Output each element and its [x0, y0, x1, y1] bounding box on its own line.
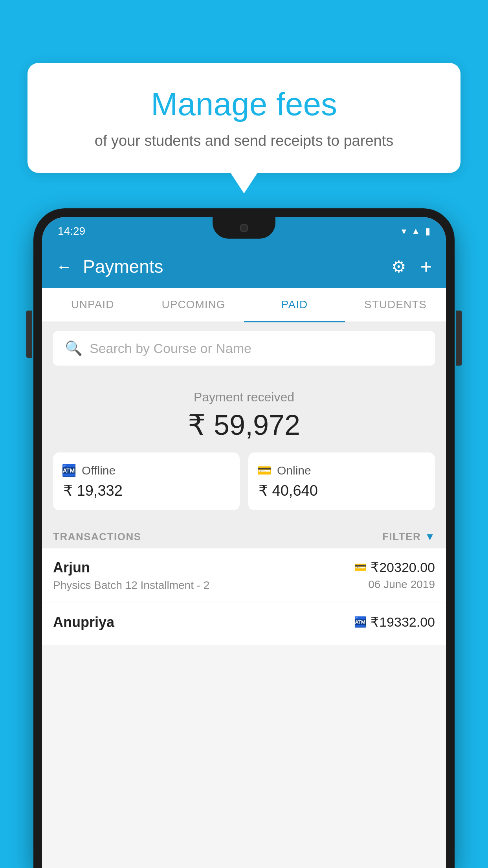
gear-button[interactable]: ⚙ [391, 257, 406, 276]
transaction-amount-anupriya: ₹19332.00 [371, 614, 435, 630]
transaction-item[interactable]: Arjun Physics Batch 12 Installment - 2 💳… [42, 548, 446, 603]
search-icon: 🔍 [65, 340, 83, 357]
online-payment-icon: 💳 [354, 561, 367, 574]
filter-wrap[interactable]: FILTER ▼ [382, 531, 435, 543]
transaction-amount-row-anupriya: 🏧 ₹19332.00 [354, 614, 435, 630]
toolbar-title: Payments [83, 256, 391, 277]
offline-card-header: 🏧 Offline [62, 463, 231, 477]
transaction-right-anupriya: 🏧 ₹19332.00 [354, 614, 435, 633]
online-amount: ₹ 40,640 [257, 482, 426, 499]
app-toolbar: ← Payments ⚙ + [42, 245, 446, 288]
hero-subtitle: of your students and send receipts to pa… [59, 131, 429, 151]
status-bar: 14:29 ▾ ▲ ▮ [42, 217, 446, 245]
add-button[interactable]: + [420, 255, 432, 278]
offline-amount: ₹ 19,332 [62, 482, 231, 499]
battery-icon: ▮ [425, 226, 430, 237]
search-bar[interactable]: 🔍 Search by Course or Name [53, 331, 435, 366]
phone-outer: 14:29 ▾ ▲ ▮ ← Payments ⚙ + UNPAID [33, 208, 455, 868]
status-icons: ▾ ▲ ▮ [402, 226, 430, 237]
transaction-list: Arjun Physics Batch 12 Installment - 2 💳… [42, 548, 446, 645]
transactions-header: TRANSACTIONS FILTER ▼ [42, 522, 446, 548]
offline-label: Offline [82, 464, 116, 477]
online-card-header: 💳 Online [257, 463, 426, 477]
transaction-right-arjun: 💳 ₹20320.00 06 June 2019 [354, 559, 435, 591]
payment-summary: Payment received ₹ 59,972 🏧 Offline ₹ 19… [42, 374, 446, 522]
offline-payment-icon: 🏧 [354, 616, 367, 628]
transaction-detail: Physics Batch 12 Installment - 2 [53, 579, 209, 592]
wifi-icon: ▾ [402, 226, 406, 237]
search-placeholder-text: Search by Course or Name [90, 341, 251, 356]
notch [213, 217, 275, 239]
payment-total: ₹ 59,972 [53, 408, 435, 441]
online-label: Online [277, 464, 311, 477]
transaction-item-anupriya[interactable]: Anupriya 🏧 ₹19332.00 [42, 603, 446, 645]
offline-card: 🏧 Offline ₹ 19,332 [53, 452, 240, 510]
camera-dot [240, 224, 248, 232]
tab-students[interactable]: STUDENTS [345, 288, 446, 322]
back-button[interactable]: ← [56, 258, 72, 276]
filter-label: FILTER [382, 531, 421, 543]
status-time: 14:29 [58, 225, 85, 237]
hero-title: Manage fees [59, 86, 429, 122]
phone-wrapper: 14:29 ▾ ▲ ▮ ← Payments ⚙ + UNPAID [33, 208, 455, 868]
transaction-date: 06 June 2019 [354, 578, 435, 591]
online-icon: 💳 [257, 463, 272, 477]
payment-received-label: Payment received [53, 390, 435, 405]
payment-cards: 🏧 Offline ₹ 19,332 💳 Online ₹ 40,640 [53, 452, 435, 510]
transaction-left-anupriya: Anupriya [53, 614, 114, 634]
transaction-amount-row: 💳 ₹20320.00 [354, 559, 435, 575]
tab-paid[interactable]: PAID [244, 288, 345, 322]
transaction-left-arjun: Arjun Physics Batch 12 Installment - 2 [53, 559, 209, 592]
phone-screen: 14:29 ▾ ▲ ▮ ← Payments ⚙ + UNPAID [42, 217, 446, 868]
filter-icon: ▼ [425, 531, 435, 543]
tab-upcoming[interactable]: UPCOMING [143, 288, 244, 322]
transaction-amount: ₹20320.00 [371, 559, 435, 575]
online-card: 💳 Online ₹ 40,640 [248, 452, 435, 510]
transaction-name: Arjun [53, 559, 209, 576]
signal-icon: ▲ [411, 226, 420, 237]
tabs-bar: UNPAID UPCOMING PAID STUDENTS [42, 288, 446, 322]
offline-icon: 🏧 [62, 463, 76, 477]
transactions-label: TRANSACTIONS [53, 531, 141, 543]
transaction-name-anupriya: Anupriya [53, 614, 114, 631]
tab-unpaid[interactable]: UNPAID [42, 288, 143, 322]
search-container: 🔍 Search by Course or Name [42, 322, 446, 374]
hero-card: Manage fees of your students and send re… [28, 63, 460, 173]
